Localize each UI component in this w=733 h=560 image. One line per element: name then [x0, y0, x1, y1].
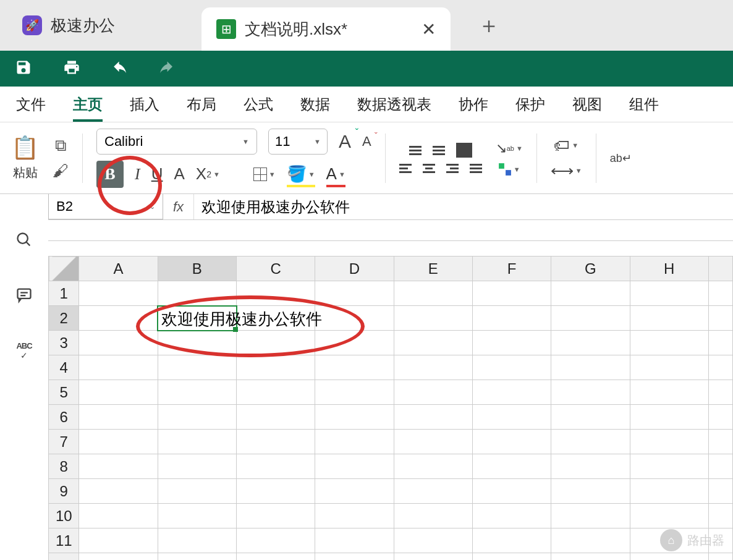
- cell-D6[interactable]: [315, 405, 394, 430]
- cell-G11[interactable]: [551, 528, 630, 553]
- align-justify-icon[interactable]: [470, 164, 482, 173]
- cell-F3[interactable]: [472, 331, 551, 355]
- row-header-3[interactable]: 3: [49, 331, 79, 355]
- menu-protect[interactable]: 保护: [515, 95, 545, 114]
- cell-F1[interactable]: [472, 281, 551, 306]
- paste-icon[interactable]: 📋: [11, 135, 39, 161]
- cell-H6[interactable]: [630, 405, 708, 430]
- cell-A6[interactable]: [79, 405, 158, 430]
- row-header-1[interactable]: 1: [49, 281, 79, 306]
- cell-F9[interactable]: [472, 479, 551, 504]
- cell-C7[interactable]: [237, 430, 315, 454]
- document-tab[interactable]: ⊞ 文档说明.xlsx* ✕: [201, 7, 451, 51]
- cell-G2[interactable]: [551, 306, 630, 331]
- align-top-icon[interactable]: [409, 146, 422, 155]
- cell-D1[interactable]: [315, 281, 394, 306]
- spreadsheet-grid[interactable]: ABCDEFGH 123456789101112 欢迎使用极速办公软件: [48, 256, 733, 560]
- cell-F2[interactable]: [472, 306, 551, 331]
- cell-extra-6[interactable]: [708, 405, 732, 430]
- cell-D2[interactable]: [315, 306, 394, 331]
- cell-H9[interactable]: [630, 479, 708, 504]
- print-icon[interactable]: [63, 59, 80, 78]
- cell-A10[interactable]: [79, 504, 158, 528]
- cell-C8[interactable]: [237, 454, 315, 479]
- cell-B10[interactable]: [158, 504, 236, 528]
- cell-F4[interactable]: [472, 355, 551, 380]
- cell-C10[interactable]: [237, 504, 315, 528]
- search-icon[interactable]: [15, 231, 33, 253]
- cell-F8[interactable]: [472, 454, 551, 479]
- cell-G4[interactable]: [551, 355, 630, 380]
- column-header-extra[interactable]: [708, 257, 732, 281]
- cell-G10[interactable]: [551, 504, 630, 528]
- cell-C5[interactable]: [237, 380, 315, 405]
- cell-A2[interactable]: [79, 306, 158, 331]
- font-color-button[interactable]: A▼: [326, 164, 345, 184]
- cell-style-button[interactable]: ▼: [498, 163, 520, 176]
- cell-H10[interactable]: [630, 504, 708, 528]
- cell-E4[interactable]: [394, 355, 472, 380]
- cell-E1[interactable]: [394, 281, 472, 306]
- redo-icon[interactable]: [159, 60, 177, 77]
- cell-extra-10[interactable]: [708, 504, 732, 528]
- cell-H7[interactable]: [630, 430, 708, 454]
- menu-formula[interactable]: 公式: [244, 95, 273, 114]
- cell-extra-8[interactable]: [708, 454, 732, 479]
- cell-E9[interactable]: [394, 479, 472, 504]
- cell-B12[interactable]: [158, 553, 236, 561]
- cell-A5[interactable]: [79, 380, 158, 405]
- cell-F6[interactable]: [472, 405, 551, 430]
- app-tab[interactable]: 极速办公: [7, 7, 199, 44]
- cell-A12[interactable]: [79, 553, 158, 561]
- cell-C6[interactable]: [237, 405, 315, 430]
- row-header-11[interactable]: 11: [49, 528, 79, 553]
- formula-input[interactable]: 欢迎使用极速办公软件: [194, 194, 733, 219]
- cell-B2[interactable]: [158, 306, 236, 331]
- cell-F10[interactable]: [472, 504, 551, 528]
- align-bottom-icon[interactable]: [456, 143, 472, 158]
- cell-E2[interactable]: [394, 306, 472, 331]
- cell-extra-2[interactable]: [708, 306, 732, 331]
- close-tab-icon[interactable]: ✕: [422, 19, 436, 40]
- decrease-font-icon[interactable]: A: [362, 134, 371, 150]
- cell-F5[interactable]: [472, 380, 551, 405]
- merge-cells-button[interactable]: ⟷▼: [551, 161, 582, 180]
- cell-E12[interactable]: [394, 553, 472, 561]
- cell-extra-1[interactable]: [708, 281, 732, 306]
- cell-G5[interactable]: [551, 380, 630, 405]
- cell-F11[interactable]: [472, 528, 551, 553]
- border-button[interactable]: ▼: [253, 168, 276, 181]
- format-painter-icon[interactable]: 🖌: [53, 161, 69, 180]
- column-header-A[interactable]: A: [79, 257, 158, 281]
- column-header-H[interactable]: H: [630, 257, 708, 281]
- menu-layout[interactable]: 布局: [187, 95, 216, 114]
- cell-B1[interactable]: [158, 281, 236, 306]
- cell-E3[interactable]: [394, 331, 472, 355]
- cell-H4[interactable]: [630, 355, 708, 380]
- cell-A1[interactable]: [79, 281, 158, 306]
- orientation-button[interactable]: ↘ab▼: [496, 140, 523, 156]
- cell-C3[interactable]: [237, 331, 315, 355]
- cell-E11[interactable]: [394, 528, 472, 553]
- cell-extra-7[interactable]: [708, 430, 732, 454]
- menu-data[interactable]: 数据: [300, 95, 330, 114]
- cell-D7[interactable]: [315, 430, 394, 454]
- cell-E8[interactable]: [394, 454, 472, 479]
- cell-H8[interactable]: [630, 454, 708, 479]
- row-header-10[interactable]: 10: [49, 504, 79, 528]
- cell-A4[interactable]: [79, 355, 158, 380]
- column-header-D[interactable]: D: [315, 257, 394, 281]
- cell-B6[interactable]: [158, 405, 236, 430]
- cell-extra-12[interactable]: [708, 553, 732, 561]
- cell-A3[interactable]: [79, 331, 158, 355]
- cell-C4[interactable]: [237, 355, 315, 380]
- row-header-7[interactable]: 7: [49, 430, 79, 454]
- fill-color-button[interactable]: 🪣▼: [287, 164, 315, 184]
- cell-G9[interactable]: [551, 479, 630, 504]
- font-size-select[interactable]: 11 ▼: [268, 129, 328, 155]
- cell-extra-9[interactable]: [708, 479, 732, 504]
- fx-label[interactable]: fx: [163, 194, 194, 219]
- bold-button[interactable]: B: [96, 161, 124, 188]
- cell-D3[interactable]: [315, 331, 394, 355]
- column-header-G[interactable]: G: [551, 257, 630, 281]
